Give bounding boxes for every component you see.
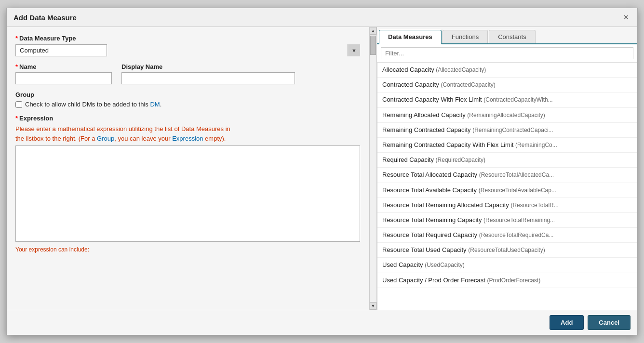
list-item[interactable]: Used Capacity (UsedCapacity): [377, 258, 637, 273]
tabs-row: Data Measures Functions Constants: [377, 27, 637, 44]
data-measure-type-group: *Data Measure Type Computed Simple Manua…: [15, 35, 360, 56]
name-field: *Name: [15, 63, 112, 84]
required-star: *: [15, 35, 18, 42]
tab-data-measures[interactable]: Data Measures: [379, 30, 442, 44]
list-item[interactable]: Remaining Contracted Capacity (Remaining…: [377, 123, 637, 138]
expression-label: *Expression: [15, 115, 360, 122]
tab-constants[interactable]: Constants: [489, 30, 536, 43]
add-data-measure-dialog: Add Data Measure × *Data Measure Type Co…: [6, 8, 638, 335]
list-item[interactable]: Resource Total Used Capacity (ResourceTo…: [377, 243, 637, 258]
left-panel: *Data Measure Type Computed Simple Manua…: [7, 27, 369, 310]
dialog-body: *Data Measure Type Computed Simple Manua…: [7, 27, 637, 310]
scroll-thumb: [370, 36, 376, 55]
select-arrow-icon: ▼: [348, 44, 360, 56]
data-measure-type-select[interactable]: Computed Simple Manual: [15, 44, 107, 56]
display-name-label: Display Name: [121, 63, 295, 70]
list-item[interactable]: Resource Total Available Capacity (Resou…: [377, 183, 637, 198]
expression-description: Please enter a mathematical expression u…: [15, 124, 360, 143]
name-label: *Name: [15, 63, 112, 70]
list-item[interactable]: Remaining Contracted Capacity With Flex …: [377, 138, 637, 153]
add-button[interactable]: Add: [550, 315, 584, 330]
list-item[interactable]: Allocated Capacity (AllocatedCapacity): [377, 63, 637, 78]
expression-textarea[interactable]: [15, 145, 360, 242]
data-measure-type-select-wrapper: Computed Simple Manual ▼: [15, 44, 360, 56]
name-input[interactable]: [15, 72, 112, 84]
name-displayname-row: *Name Display Name: [15, 63, 360, 84]
filter-row: [377, 44, 637, 63]
expression-link: Expression: [172, 135, 203, 142]
group-checkbox-label: Check to allow child DMs to be added to …: [25, 101, 161, 108]
scroll-up-arrow[interactable]: ▲: [370, 27, 376, 35]
list-item[interactable]: Remaining Allocated Capacity (RemainingA…: [377, 108, 637, 123]
list-item[interactable]: Required Capacity (RequiredCapacity): [377, 153, 637, 168]
group-label: Group: [15, 91, 360, 98]
data-measure-type-label: *Data Measure Type: [15, 35, 360, 42]
filter-input[interactable]: [381, 47, 633, 59]
list-item[interactable]: Resource Total Remaining Capacity (Resou…: [377, 213, 637, 228]
list-item[interactable]: Contracted Capacity With Flex Limit (Con…: [377, 92, 637, 107]
display-name-field: Display Name: [121, 63, 295, 84]
group-link: Group: [97, 135, 114, 142]
list-item[interactable]: Used Capacity / Prod Order Forecast (Pro…: [377, 273, 637, 288]
dialog-titlebar: Add Data Measure ×: [7, 8, 637, 27]
group-checkbox[interactable]: [15, 101, 22, 108]
group-checkbox-row: Check to allow child DMs to be added to …: [15, 101, 360, 108]
group-section: Group Check to allow child DMs to be add…: [15, 91, 360, 108]
scroll-down-arrow[interactable]: ▼: [370, 302, 376, 310]
data-measures-list: Allocated Capacity (AllocatedCapacity)Co…: [377, 63, 637, 310]
display-name-input[interactable]: [121, 72, 295, 84]
expression-section: *Expression Please enter a mathematical …: [15, 115, 360, 302]
list-item[interactable]: Contracted Capacity (ContractedCapacity): [377, 78, 637, 92]
left-scrollbar[interactable]: ▲ ▼: [369, 27, 377, 310]
list-item[interactable]: Resource Total Allocated Capacity (Resou…: [377, 168, 637, 183]
tab-functions[interactable]: Functions: [443, 30, 488, 43]
dialog-footer: Add Cancel: [7, 310, 637, 335]
list-item[interactable]: Resource Total Required Capacity (Resour…: [377, 228, 637, 243]
scrollbar-thumb-area: [370, 35, 376, 302]
expression-hint: Your expression can include:: [15, 246, 360, 253]
dialog-title: Add Data Measure: [13, 13, 77, 22]
list-item[interactable]: Resource Total Remaining Allocated Capac…: [377, 198, 637, 213]
dm-link: DM: [150, 101, 160, 108]
required-star-name: *: [15, 63, 18, 70]
close-button[interactable]: ×: [621, 13, 631, 22]
right-panel: Data Measures Functions Constants Alloca…: [377, 27, 637, 310]
required-star-expression: *: [15, 115, 18, 122]
cancel-button[interactable]: Cancel: [588, 315, 631, 330]
